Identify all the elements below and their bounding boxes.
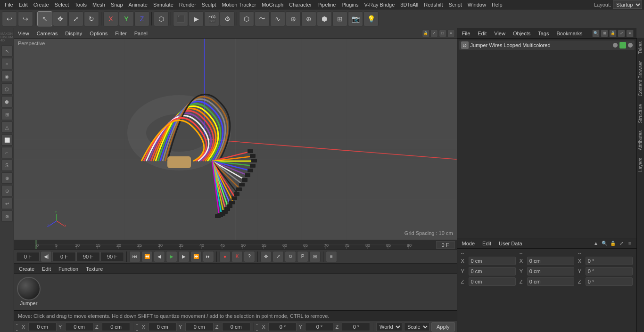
light-btn[interactable]: 💡 <box>363 11 379 26</box>
menu-mograph[interactable]: MoGraph <box>259 0 286 9</box>
prev-frame-btn[interactable]: ⏪ <box>141 251 153 262</box>
vp-lock-btn[interactable]: 🔒 <box>422 30 429 37</box>
menu-redshift[interactable]: Redshift <box>421 0 446 9</box>
left-tool-9[interactable]: ⌐ <box>1 147 13 158</box>
frame-start-input[interactable] <box>16 252 40 261</box>
attr-y2-field[interactable]: 0 cm <box>527 267 574 275</box>
left-tool-3[interactable]: ◉ <box>1 71 13 82</box>
rp-search-btn[interactable]: 🔍 <box>592 30 600 37</box>
left-tool-12[interactable]: ⊙ <box>1 185 13 196</box>
render-picture-btn[interactable]: 🎬 <box>204 11 219 26</box>
viewport[interactable]: Perspective Grid Spacing : 10 cm X Y Z <box>14 39 457 240</box>
scale-transport-btn[interactable]: ⤢ <box>272 251 284 262</box>
attr-z-field[interactable]: 0 cm <box>469 277 516 286</box>
onionskin-btn[interactable]: ≡ <box>326 251 337 262</box>
material-item[interactable]: Jumper <box>17 277 41 306</box>
mat-menu-create[interactable]: Create <box>17 266 36 272</box>
menu-render[interactable]: Render <box>176 0 199 9</box>
grid-transport-btn[interactable]: ⊞ <box>309 251 321 262</box>
object-tool[interactable]: ⬡ <box>154 11 169 26</box>
go-end-btn[interactable]: ⏭ <box>203 251 214 262</box>
attr-lock-btn[interactable]: 🔒 <box>609 240 617 247</box>
menu-3dtoall[interactable]: 3DToAll <box>397 0 421 9</box>
left-tool-1[interactable]: ↖ <box>1 45 13 57</box>
move-transport-btn[interactable]: ✥ <box>260 251 272 262</box>
coord-z3-input[interactable] <box>342 323 370 331</box>
timeline-ruler[interactable]: 0 5 10 15 20 25 30 35 40 <box>14 240 457 249</box>
vp-menu-display[interactable]: Display <box>63 31 84 36</box>
rp-menu-file[interactable]: File <box>460 31 472 36</box>
attr-expand-btn[interactable]: ⤢ <box>618 240 625 247</box>
vtab-layers[interactable]: Layers <box>637 154 644 176</box>
left-tool-2[interactable]: ○ <box>1 58 13 69</box>
menu-create[interactable]: Create <box>31 0 52 9</box>
nurbs-btn[interactable]: ∿ <box>270 11 285 26</box>
render-settings-btn[interactable]: ⚙ <box>220 11 235 26</box>
vtab-structure[interactable]: Structure <box>637 100 644 127</box>
menu-help[interactable]: Help <box>489 0 505 9</box>
menu-file[interactable]: File <box>2 0 16 9</box>
menu-sculpt[interactable]: Sculpt <box>199 0 219 9</box>
left-tool-4[interactable]: ⬡ <box>1 83 13 95</box>
rp-menu-view[interactable]: View <box>492 31 507 36</box>
vp-menu-panel[interactable]: Panel <box>132 31 149 36</box>
coord-apply-button[interactable]: Apply <box>431 322 455 332</box>
attr-search-btn[interactable]: 🔍 <box>601 240 608 247</box>
axis-y[interactable]: Y <box>119 11 134 26</box>
coord-x3-input[interactable] <box>268 323 297 331</box>
vp-fullscreen-btn[interactable]: □ <box>439 30 446 37</box>
go-start-btn[interactable]: ⏮ <box>129 251 140 262</box>
menu-edit[interactable]: Edit <box>16 0 31 9</box>
menu-pipeline[interactable]: Pipeline <box>314 0 339 9</box>
menu-vray[interactable]: V-Ray Bridge <box>362 0 398 9</box>
coord-x2-input[interactable] <box>149 323 177 331</box>
play-btn[interactable]: ▶ <box>166 251 177 262</box>
rp-menu-objects[interactable]: Objects <box>511 31 532 36</box>
menu-mesh[interactable]: Mesh <box>90 0 108 9</box>
rp-menu-tags[interactable]: Tags <box>536 31 551 36</box>
menu-motion-tracker[interactable]: Motion Tracker <box>219 0 259 9</box>
layout-dropdown[interactable]: Startup <box>613 0 642 9</box>
vtab-takes[interactable]: Takes <box>637 38 644 57</box>
undo-button[interactable]: ↩ <box>2 11 17 26</box>
left-tool-6[interactable]: ⊞ <box>1 109 13 120</box>
tree-item-color-swatch[interactable] <box>619 42 626 49</box>
menu-tools[interactable]: Tools <box>72 0 90 9</box>
menu-snap[interactable]: Snap <box>108 0 126 9</box>
left-tool-14[interactable]: ⊗ <box>1 211 13 222</box>
axis-x[interactable]: X <box>103 11 118 26</box>
spline-btn[interactable]: 〜 <box>255 11 270 26</box>
attr-up-btn[interactable]: ▲ <box>592 240 600 247</box>
left-tool-10[interactable]: S <box>1 160 13 171</box>
preview-start-input[interactable] <box>52 252 76 261</box>
rp-lock-btn[interactable]: 🔒 <box>609 30 617 37</box>
coord-y2-input[interactable] <box>185 323 214 331</box>
vp-menu-view[interactable]: View <box>16 31 31 36</box>
attr-x-field[interactable]: 0 cm <box>469 257 516 265</box>
snap-btn[interactable]: ⊞ <box>332 11 347 26</box>
render-view-btn[interactable]: ▶ <box>189 11 204 26</box>
left-tool-5[interactable]: ⬢ <box>1 96 13 107</box>
vp-menu-btn[interactable]: ≡ <box>447 30 455 37</box>
coord-y-input[interactable] <box>65 323 93 331</box>
attr-z2-field[interactable]: 0 cm <box>527 277 574 286</box>
left-tool-11[interactable]: ⊕ <box>1 172 13 184</box>
next-frame-btn[interactable]: ⏩ <box>190 251 202 262</box>
rotate-transport-btn[interactable]: ↻ <box>285 251 296 262</box>
tree-item-jumper[interactable]: L0 Jumper Wires Looped Multicolored <box>459 40 635 50</box>
rp-menu-bookmarks[interactable]: Bookmarks <box>554 31 584 36</box>
select-tool[interactable]: ↖ <box>37 11 52 26</box>
deform-btn[interactable]: ⊕ <box>301 11 316 26</box>
coord-world-dropdown[interactable]: World <box>376 323 402 331</box>
field-btn[interactable]: ⬢ <box>317 11 332 26</box>
mat-menu-function[interactable]: Function <box>57 266 80 272</box>
next-key-btn[interactable]: ▶ <box>178 251 190 262</box>
coord-scale-dropdown[interactable]: Scale <box>404 323 429 331</box>
menu-plugins[interactable]: Plugins <box>339 0 361 9</box>
material-swatch[interactable] <box>17 277 41 300</box>
pivot-btn[interactable]: P <box>297 251 308 262</box>
frame-end-input[interactable] <box>100 252 124 261</box>
attr-menu-mode[interactable]: Mode <box>460 241 477 246</box>
gen-btn[interactable]: ⊕ <box>286 11 301 26</box>
coord-x-input[interactable] <box>28 323 57 331</box>
